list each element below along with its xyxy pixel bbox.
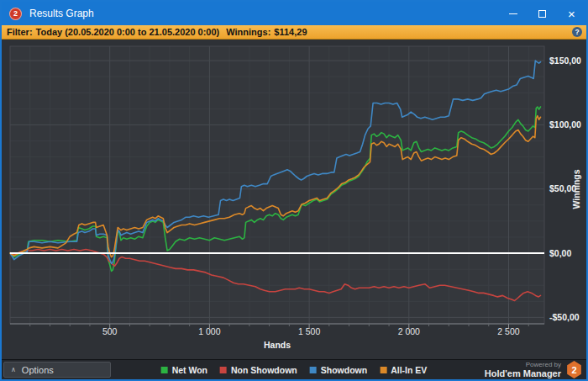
x-tick-label: 500: [102, 326, 118, 336]
legend-swatch-icon: [220, 367, 227, 373]
brand-name: Hold'em Manager: [485, 369, 561, 378]
legend-swatch-icon: [310, 367, 317, 373]
minimize-icon: [509, 13, 517, 14]
legend-item-non-showdown: Non Showdown: [220, 365, 297, 375]
x-axis-title: Hands: [264, 340, 291, 350]
x-tick-label: 2 000: [398, 326, 420, 336]
hm2-logo: 2: [566, 361, 582, 378]
winnings-value: $114,29: [274, 27, 307, 37]
window-controls: ×: [498, 2, 586, 25]
y-tick-label: $150,00: [549, 56, 581, 66]
powered-by: Powered by Hold'em Manager 2: [485, 361, 582, 378]
maximize-icon: [538, 10, 546, 18]
help-button[interactable]: ?: [572, 27, 582, 37]
filter-value: Today (20.05.2020 0:00 to 21.05.2020 0:0…: [36, 27, 220, 37]
app-icon: 2: [9, 8, 22, 20]
legend-item-all-in-ev: All-In EV: [380, 365, 427, 375]
maximize-button[interactable]: [528, 2, 557, 25]
titlebar[interactable]: 2 Results Graph ×: [2, 2, 586, 25]
close-button[interactable]: ×: [557, 2, 586, 25]
results-chart: 5001 0001 5002 0002 500Hands$150,00$100,…: [2, 40, 586, 359]
options-button[interactable]: ∧ Options: [3, 362, 111, 378]
chart-area: 5001 0001 5002 0002 500Hands$150,00$100,…: [2, 40, 586, 359]
legend: Net WonNon ShowdownShowdownAll-In EV: [161, 365, 428, 375]
legend-label: Net Won: [172, 365, 207, 375]
close-icon: ×: [568, 8, 575, 20]
legend-swatch-icon: [161, 367, 168, 373]
x-tick-label: 2 500: [497, 326, 519, 336]
y-tick-label: $0,00: [549, 248, 571, 258]
legend-swatch-icon: [380, 367, 386, 373]
legend-label: Showdown: [321, 365, 367, 375]
y-tick-label: $100,00: [549, 119, 581, 130]
legend-label: Non Showdown: [231, 365, 297, 375]
legend-item-showdown: Showdown: [310, 365, 367, 375]
chevron-up-icon: ∧: [11, 367, 16, 373]
bottom-bar: ∧ Options Net WonNon ShowdownShowdownAll…: [2, 359, 586, 379]
legend-label: All-In EV: [391, 365, 427, 375]
app-icon-digit: 2: [13, 9, 18, 18]
filter-label: Filter:: [7, 27, 33, 37]
window-title: Results Graph: [29, 8, 94, 19]
options-label: Options: [22, 365, 54, 375]
results-graph-window: 2 Results Graph × Filter: Today (20.05.2…: [0, 0, 588, 381]
powered-by-label: Powered by: [526, 362, 561, 368]
legend-item-net-won: Net Won: [161, 365, 207, 375]
x-tick-label: 1 500: [298, 326, 320, 336]
x-tick-label: 1 000: [198, 326, 220, 336]
winnings-label: Winnings:: [226, 27, 270, 37]
y-axis-title: Winnings: [571, 169, 581, 209]
x-axis: [10, 324, 544, 328]
minimize-button[interactable]: [498, 2, 528, 25]
filter-bar: Filter: Today (20.05.2020 0:00 to 21.05.…: [2, 25, 586, 40]
y-tick-label: -$50,00: [549, 312, 580, 322]
